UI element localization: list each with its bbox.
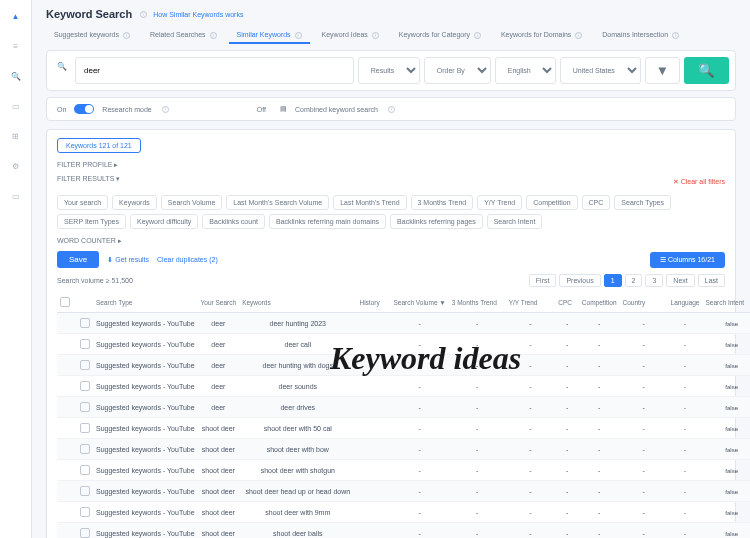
- filter-chip[interactable]: SERP Item Types: [57, 214, 126, 229]
- row-checkbox[interactable]: [80, 528, 90, 538]
- search-nav-icon[interactable]: 🔍: [8, 68, 24, 84]
- table-row: Suggested keywords - YouTubeshoot deersh…: [57, 481, 750, 502]
- row-checkbox[interactable]: [80, 444, 90, 454]
- clear-filters[interactable]: ✕ Clear all filters: [673, 178, 725, 186]
- filter-chip[interactable]: Backlinks count: [202, 214, 265, 229]
- logo-icon[interactable]: ▲: [8, 8, 24, 24]
- col-header[interactable]: Competition: [579, 293, 620, 313]
- nav-icon-2[interactable]: ▭: [8, 98, 24, 114]
- filter-chip[interactable]: CPC: [582, 195, 611, 210]
- col-header[interactable]: Language: [668, 293, 703, 313]
- filter-chip[interactable]: Search Volume: [161, 195, 222, 210]
- row-checkbox[interactable]: [80, 507, 90, 517]
- info-icon[interactable]: i: [388, 106, 395, 113]
- nav-icon-4[interactable]: ⚙: [8, 158, 24, 174]
- col-header[interactable]: History: [356, 293, 390, 313]
- filter-chip[interactable]: Search Types: [614, 195, 671, 210]
- research-label: Research mode: [102, 106, 151, 113]
- table-row: Suggested keywords - YouTubeshoot deersh…: [57, 502, 750, 523]
- on-label: On: [57, 106, 66, 113]
- page-prev[interactable]: Previous: [559, 274, 600, 287]
- row-checkbox[interactable]: [80, 402, 90, 412]
- dropdown-country[interactable]: United States: [560, 57, 641, 84]
- row-checkbox[interactable]: [80, 339, 90, 349]
- filter-profile[interactable]: FILTER PROFILE ▸: [57, 161, 725, 169]
- page-first[interactable]: First: [529, 274, 557, 287]
- off-label: Off: [257, 106, 266, 113]
- col-header[interactable]: Search Intent: [702, 293, 750, 313]
- info-icon[interactable]: i: [162, 106, 169, 113]
- pagination: First Previous 1 2 3 Next Last: [529, 274, 725, 287]
- search-input[interactable]: [75, 57, 354, 84]
- columns-button[interactable]: ☰ Columns 16/21: [650, 252, 725, 268]
- filter-results[interactable]: FILTER RESULTS ▾: [57, 175, 120, 183]
- help-link[interactable]: How Similar Keywords works: [153, 11, 243, 18]
- filter-chip[interactable]: Backlinks referring pages: [390, 214, 483, 229]
- filter-chip[interactable]: Y/Y Trend: [477, 195, 522, 210]
- page-title: Keyword Search: [46, 8, 132, 20]
- clear-duplicates-button[interactable]: Clear duplicates (2): [157, 256, 218, 263]
- dropdown-language[interactable]: English: [495, 57, 556, 84]
- results-panel: Keywords 121 of 121 FILTER PROFILE ▸ FIL…: [46, 129, 736, 538]
- nav-icon-1[interactable]: ≡: [8, 38, 24, 54]
- row-checkbox[interactable]: [80, 486, 90, 496]
- col-header[interactable]: [57, 293, 77, 313]
- filter-button[interactable]: ▼: [645, 57, 680, 84]
- col-header[interactable]: CPC: [555, 293, 579, 313]
- dropdown-orderby[interactable]: Order By: [424, 57, 491, 84]
- tab-5[interactable]: Keywords for Domains i: [493, 28, 590, 44]
- word-counter[interactable]: WORD COUNTER ▸: [57, 237, 725, 245]
- page-2[interactable]: 2: [625, 274, 643, 287]
- table-row: Suggested keywords - YouTubeshoot deersh…: [57, 523, 750, 539]
- research-toggle[interactable]: [74, 104, 94, 114]
- row-checkbox[interactable]: [80, 423, 90, 433]
- nav-icon-3[interactable]: ⊞: [8, 128, 24, 144]
- tabs: Suggested keywords iRelated Searches iSi…: [46, 28, 736, 44]
- page-next[interactable]: Next: [666, 274, 694, 287]
- filter-chip[interactable]: Last Month's Search Volume: [226, 195, 329, 210]
- save-button[interactable]: Save: [57, 251, 99, 268]
- col-header[interactable]: Keywords: [239, 293, 356, 313]
- row-checkbox[interactable]: [80, 318, 90, 328]
- col-header[interactable]: [77, 293, 93, 313]
- page-3[interactable]: 3: [645, 274, 663, 287]
- row-checkbox[interactable]: [80, 465, 90, 475]
- col-header[interactable]: Search Volume ▼: [390, 293, 448, 313]
- tab-0[interactable]: Suggested keywords i: [46, 28, 138, 44]
- col-header[interactable]: Y/Y Trend: [506, 293, 556, 313]
- tab-6[interactable]: Domains Intersection i: [594, 28, 687, 44]
- filter-chip[interactable]: Keyword difficulty: [130, 214, 198, 229]
- col-header[interactable]: 3 Months Trend: [449, 293, 506, 313]
- page-last[interactable]: Last: [698, 274, 725, 287]
- table-row: Suggested keywords - YouTubeshoot deersh…: [57, 439, 750, 460]
- filter-chip[interactable]: Competition: [526, 195, 577, 210]
- col-header[interactable]: Your Search: [198, 293, 240, 313]
- col-header[interactable]: Search Type: [93, 293, 198, 313]
- sub-toolbar: Search volume ≥ 51,500 First Previous 1 …: [57, 274, 725, 287]
- info-icon[interactable]: i: [140, 11, 147, 18]
- search-volume-filter[interactable]: Search volume ≥ 51,500: [57, 277, 133, 284]
- filter-chips: Your searchKeywordsSearch VolumeLast Mon…: [57, 195, 725, 229]
- dropdown-results[interactable]: Results: [358, 57, 420, 84]
- filter-chip[interactable]: Your search: [57, 195, 108, 210]
- tab-2[interactable]: Similar Keywords i: [229, 28, 310, 44]
- page-1[interactable]: 1: [604, 274, 622, 287]
- row-checkbox[interactable]: [80, 381, 90, 391]
- filter-chip[interactable]: Search Intent: [487, 214, 543, 229]
- tab-4[interactable]: Keywords for Category i: [391, 28, 489, 44]
- table-row: Suggested keywords - YouTubeshoot deersh…: [57, 460, 750, 481]
- search-button[interactable]: 🔍: [684, 57, 729, 84]
- toolbar: Save ⬇ Get results Clear duplicates (2) …: [57, 251, 725, 268]
- filter-chip[interactable]: Last Month's Trend: [333, 195, 406, 210]
- keywords-tab[interactable]: Keywords 121 of 121: [57, 138, 141, 153]
- filter-chip[interactable]: Keywords: [112, 195, 157, 210]
- tab-1[interactable]: Related Searches i: [142, 28, 225, 44]
- tab-3[interactable]: Keyword Ideas i: [314, 28, 387, 44]
- nav-icon-5[interactable]: ▭: [8, 188, 24, 204]
- get-results-button[interactable]: ⬇ Get results: [107, 256, 149, 264]
- filter-chip[interactable]: 3 Months Trend: [411, 195, 474, 210]
- col-header[interactable]: Country: [620, 293, 668, 313]
- filter-chip[interactable]: Backlinks referring main domains: [269, 214, 386, 229]
- row-checkbox[interactable]: [80, 360, 90, 370]
- table-row: Suggested keywords - YouTubedeerdeer dri…: [57, 397, 750, 418]
